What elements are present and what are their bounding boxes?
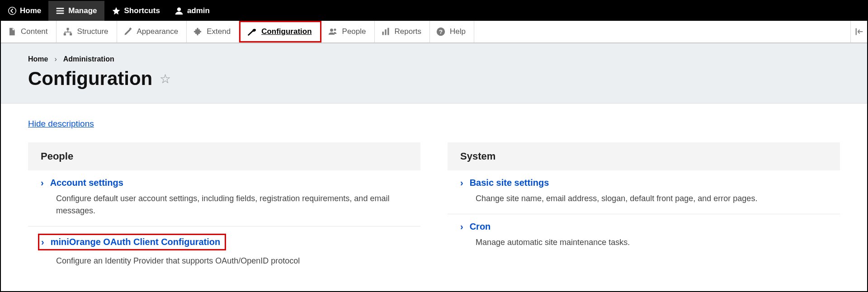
config-link-basic-site-settings[interactable]: › Basic site settings [460, 178, 827, 188]
svg-rect-6 [63, 33, 66, 35]
structure-icon [63, 27, 73, 36]
help-icon: ? [436, 27, 445, 36]
svg-rect-16 [856, 28, 857, 35]
config-item-label: miniOrange OAuth Client Configuration [51, 237, 221, 247]
config-item-basic-site-settings: › Basic site settings Change site name, … [448, 170, 840, 214]
appearance-icon [123, 27, 132, 36]
collapse-toolbar-button[interactable] [850, 21, 867, 42]
chevron-right-icon: › [41, 237, 44, 247]
panel-people-title: People [28, 142, 420, 170]
home-label: Home [20, 6, 41, 15]
config-link-miniorange-oauth[interactable]: › miniOrange OAuth Client Configuration [38, 234, 226, 250]
shortcuts-label: Shortcuts [124, 6, 160, 15]
chevron-right-icon: › [41, 178, 44, 188]
content-icon [7, 27, 16, 36]
config-columns: People › Account settings Configure defa… [28, 142, 840, 276]
extend-icon [193, 27, 202, 36]
manage-label: Manage [68, 6, 97, 15]
tab-people-label: People [342, 27, 366, 36]
admin-user-button[interactable]: admin [167, 1, 217, 21]
tab-extend-label: Extend [207, 27, 231, 36]
tab-structure[interactable]: Structure [57, 21, 117, 42]
svg-rect-2 [57, 10, 64, 12]
admin-label: admin [187, 6, 210, 15]
config-link-cron[interactable]: › Cron [460, 221, 827, 232]
configuration-icon [247, 27, 257, 37]
config-item-label: Account settings [50, 178, 123, 188]
panel-system-title: System [448, 142, 840, 170]
back-home-button[interactable]: Home [1, 1, 48, 21]
favorite-star-icon[interactable]: ☆ [160, 71, 171, 86]
svg-rect-7 [70, 33, 72, 35]
tab-reports[interactable]: Reports [375, 21, 430, 42]
main-content: Hide descriptions People › Account setti… [1, 104, 867, 292]
svg-point-9 [330, 28, 333, 32]
config-item-cron: › Cron Manage automatic site maintenance… [448, 214, 840, 258]
tab-extend[interactable]: Extend [187, 21, 239, 42]
breadcrumb-admin[interactable]: Administration [63, 55, 114, 63]
breadcrumb-sep: › [54, 55, 57, 63]
tab-appearance-label: Appearance [137, 27, 179, 36]
page-header: Home › Administration Configuration ☆ [1, 43, 867, 104]
tab-configuration-label: Configuration [261, 27, 311, 36]
admin-tabs: Content Structure Appearance Extend Conf… [1, 21, 867, 43]
svg-point-10 [334, 28, 336, 31]
config-item-account-settings: › Account settings Configure default use… [28, 170, 420, 226]
reports-icon [381, 27, 390, 36]
tab-reports-label: Reports [395, 27, 422, 36]
panel-people: People › Account settings Configure defa… [28, 142, 420, 276]
hamburger-icon [56, 6, 65, 15]
tab-structure-label: Structure [77, 27, 108, 36]
svg-rect-12 [385, 29, 386, 35]
config-item-label: Basic site settings [470, 178, 549, 188]
svg-rect-3 [57, 13, 64, 14]
star-icon [112, 6, 121, 15]
page-title-row: Configuration ☆ [28, 68, 840, 89]
tab-help-label: Help [450, 27, 466, 36]
svg-rect-5 [66, 28, 69, 30]
breadcrumb-home[interactable]: Home [28, 55, 48, 63]
tab-people[interactable]: People [321, 21, 375, 42]
svg-text:?: ? [439, 28, 443, 35]
panel-system: System › Basic site settings Change site… [448, 142, 840, 258]
user-icon [175, 6, 184, 15]
svg-rect-13 [387, 28, 389, 35]
collapse-icon [854, 27, 863, 36]
tabs-spacer [474, 21, 850, 42]
svg-rect-1 [57, 8, 64, 9]
tab-configuration[interactable]: Configuration [239, 21, 321, 42]
config-item-desc: Change site name, email address, slogan,… [476, 193, 827, 205]
svg-rect-11 [382, 32, 383, 35]
chevron-right-icon: › [460, 178, 463, 188]
people-icon [328, 27, 338, 36]
config-link-account-settings[interactable]: › Account settings [41, 178, 408, 188]
back-arrow-icon [8, 7, 16, 15]
tab-appearance[interactable]: Appearance [117, 21, 187, 42]
tab-content-label: Content [21, 27, 48, 36]
svg-point-0 [9, 7, 16, 15]
tab-content[interactable]: Content [1, 21, 57, 42]
tab-help[interactable]: ? Help [430, 21, 474, 42]
svg-point-4 [177, 8, 181, 11]
config-item-desc: Configure an Identity Provider that supp… [56, 255, 408, 267]
shortcuts-button[interactable]: Shortcuts [104, 1, 167, 21]
config-item-desc: Manage automatic site maintenance tasks. [476, 236, 827, 249]
chevron-right-icon: › [460, 221, 463, 232]
config-item-label: Cron [470, 221, 491, 232]
manage-button[interactable]: Manage [48, 1, 104, 21]
config-item-miniorange-oauth: › miniOrange OAuth Client Configuration … [28, 226, 420, 276]
breadcrumb: Home › Administration [28, 55, 840, 63]
top-toolbar: Home Manage Shortcuts admin [1, 1, 867, 21]
config-item-desc: Configure default user account settings,… [56, 193, 408, 217]
hide-descriptions-link[interactable]: Hide descriptions [28, 119, 94, 129]
page-title: Configuration [28, 68, 152, 89]
